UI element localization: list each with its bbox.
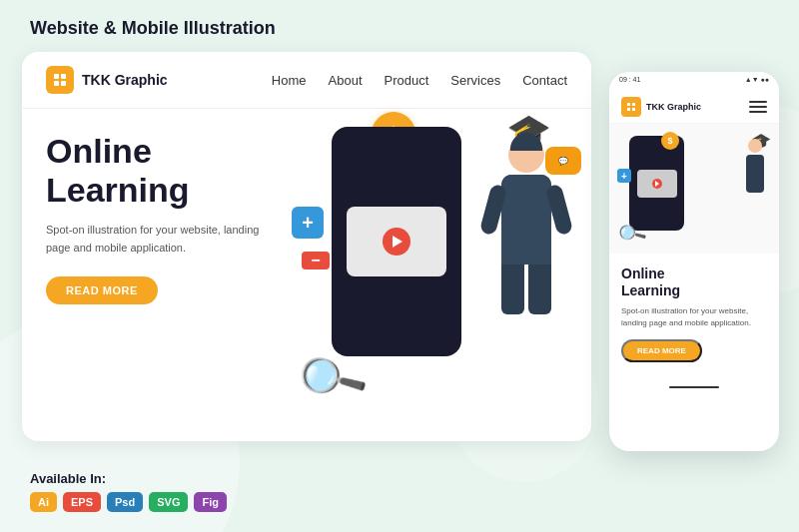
- mobile-home-indicator: [669, 386, 719, 388]
- hero-description: Spot-on illustration for your website, l…: [46, 222, 286, 257]
- nav-contact[interactable]: Contact: [522, 73, 567, 88]
- mini-phone-mockup: [629, 136, 684, 231]
- character-leg-left: [501, 265, 524, 314]
- mobile-brand-logo: [621, 97, 641, 117]
- mobile-hero-content: Online Learning Spot-on illustration for…: [609, 254, 779, 374]
- mini-dollar-icon: $: [661, 132, 679, 150]
- hamburger-menu-icon[interactable]: [749, 101, 767, 113]
- badge-psd: Psd: [107, 492, 143, 512]
- character-shirt: [501, 175, 551, 265]
- mini-play-icon: [652, 179, 662, 189]
- mobile-brand-name: TKK Graphic: [646, 102, 701, 113]
- phone-mockup: [332, 127, 461, 356]
- video-thumbnail: [347, 207, 446, 276]
- mobile-time: 09 : 41: [619, 76, 640, 83]
- hero-title-line1: Online: [46, 132, 152, 170]
- mini-char-head: [748, 139, 762, 153]
- nav-about[interactable]: About: [329, 73, 363, 88]
- mobile-card: 09 : 41 ▲▼ ●● TKK Graphic: [609, 72, 779, 451]
- nav-product[interactable]: Product: [385, 73, 429, 88]
- mobile-title-line1: Online: [621, 266, 665, 281]
- svg-rect-5: [632, 103, 635, 106]
- badge-svg: SVG: [149, 492, 188, 512]
- format-badges-list: Ai EPS Psd SVG Fig: [30, 492, 227, 512]
- chat-bubble-icon: 💬: [545, 147, 581, 175]
- hero-content: Online Learning Spot-on illustration for…: [46, 132, 286, 304]
- hero-title: Online Learning: [46, 132, 286, 210]
- character-leg-right: [528, 265, 551, 314]
- mini-video-thumb: [637, 170, 677, 198]
- mobile-illustration-area: $ 🎓 + 🔍: [609, 124, 779, 254]
- available-section: Available In: Ai EPS Psd SVG Fig: [30, 471, 227, 512]
- badge-eps: EPS: [63, 492, 101, 512]
- nav-services[interactable]: Services: [450, 73, 500, 88]
- nav-links: Home About Product Services Contact: [272, 71, 567, 89]
- nav-home[interactable]: Home: [272, 73, 307, 88]
- mobile-brand: TKK Graphic: [621, 97, 701, 117]
- mobile-status-bar: 09 : 41 ▲▼ ●●: [609, 72, 779, 87]
- mobile-title-line2: Learning: [621, 282, 680, 298]
- main-card: TKK Graphic Home About Product Services …: [22, 52, 591, 441]
- plus-icon: +: [292, 207, 324, 239]
- svg-rect-7: [632, 108, 635, 111]
- character-body: [501, 175, 551, 265]
- mobile-hero-description: Spot-on illustration for your website, l…: [621, 305, 767, 329]
- brand-logo: [46, 66, 74, 94]
- play-button-icon: [383, 228, 410, 256]
- mini-character: [741, 139, 769, 219]
- svg-rect-3: [61, 81, 66, 86]
- mobile-hero-title: Online Learning: [621, 266, 767, 299]
- mobile-navbar: TKK Graphic: [609, 87, 779, 124]
- brand: TKK Graphic: [46, 66, 168, 94]
- mobile-read-more-button[interactable]: READ MORE: [621, 339, 702, 362]
- svg-rect-2: [54, 81, 59, 86]
- svg-rect-4: [627, 103, 630, 106]
- illustration-area: $ 🎓 + − 🔍: [272, 107, 581, 426]
- svg-rect-1: [61, 74, 66, 79]
- read-more-button[interactable]: READ MORE: [46, 276, 158, 304]
- mobile-signal: ▲▼ ●●: [745, 76, 769, 83]
- brand-name: TKK Graphic: [82, 72, 168, 88]
- badge-ai: Ai: [30, 492, 57, 512]
- hero-title-line2: Learning: [46, 171, 190, 209]
- mini-plus-icon: +: [617, 169, 631, 183]
- mini-char-body: [746, 155, 764, 193]
- page-title: Website & Mobile Illustration: [30, 18, 276, 39]
- character-head: [508, 137, 544, 173]
- navbar: TKK Graphic Home About Product Services …: [22, 52, 591, 109]
- svg-rect-6: [627, 108, 630, 111]
- character-legs: [501, 265, 551, 314]
- svg-rect-0: [54, 74, 59, 79]
- available-title: Available In:: [30, 471, 227, 486]
- badge-fig: Fig: [194, 492, 227, 512]
- minus-icon: −: [302, 252, 330, 269]
